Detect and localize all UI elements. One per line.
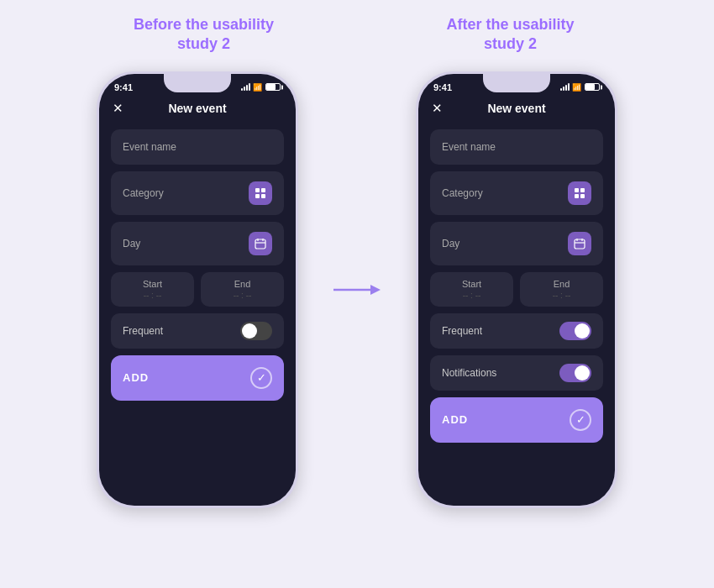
before-event-name-field[interactable]: Event name: [111, 129, 284, 165]
before-status-icons: 📶: [241, 81, 281, 92]
after-add-label: ADD: [442, 413, 468, 426]
before-day-icon: [249, 232, 272, 255]
after-category-field[interactable]: Category: [430, 171, 603, 215]
before-form: Event name Category Day: [99, 123, 296, 407]
before-frequent-knob: [242, 323, 257, 339]
svg-rect-10: [575, 188, 579, 192]
svg-marker-9: [370, 285, 381, 295]
after-status-icons: 📶: [560, 81, 600, 92]
after-add-check-icon: ✓: [570, 409, 591, 431]
before-wifi-icon: 📶: [253, 83, 262, 92]
before-frequent-field: Frequent: [111, 313, 284, 349]
after-notifications-toggle[interactable]: [559, 364, 591, 382]
after-phone-screen: 9:41 📶 ✕ New event: [418, 74, 615, 506]
after-add-button[interactable]: ADD ✓: [430, 397, 603, 443]
svg-rect-0: [255, 188, 260, 192]
after-end-value: -- : --: [553, 291, 571, 300]
after-battery-icon: [585, 83, 600, 91]
before-add-button[interactable]: ADD ✓: [111, 355, 284, 401]
before-nav-bar: ✕ New event: [99, 96, 296, 123]
svg-rect-11: [580, 188, 585, 192]
before-category-field[interactable]: Category: [111, 171, 284, 215]
after-category-label: Category: [442, 187, 483, 199]
after-phone: 9:41 📶 ✕ New event: [416, 71, 617, 508]
after-notifications-knob: [575, 365, 590, 381]
after-close-button[interactable]: ✕: [432, 101, 449, 116]
before-status-time: 9:41: [114, 81, 133, 92]
after-day-field[interactable]: Day: [430, 222, 603, 265]
before-time-row: Start -- : -- End -- : --: [111, 272, 284, 307]
svg-rect-2: [255, 194, 260, 198]
before-category-icon: [249, 181, 272, 205]
after-frequent-knob: [575, 323, 590, 339]
after-frequent-toggle[interactable]: [559, 322, 591, 340]
after-notifications-field: Notifications: [430, 355, 603, 391]
after-event-name-field[interactable]: Event name: [430, 129, 603, 165]
comparison-arrow: [332, 280, 382, 300]
svg-rect-14: [575, 239, 585, 249]
before-category-label: Category: [123, 187, 164, 199]
before-add-label: ADD: [123, 371, 149, 384]
after-frequent-field: Frequent: [430, 313, 603, 349]
before-frequent-toggle[interactable]: [240, 322, 272, 340]
after-end-label: End: [554, 279, 570, 289]
before-phone: 9:41 📶 ✕ New event: [97, 71, 298, 508]
before-day-label: Day: [123, 238, 140, 249]
before-start-value: -- : --: [144, 291, 162, 300]
after-end-field[interactable]: End -- : --: [520, 272, 603, 307]
before-battery-icon: [265, 83, 281, 91]
svg-rect-13: [580, 194, 585, 198]
after-time-row: Start -- : -- End -- : --: [430, 272, 603, 307]
after-start-field[interactable]: Start -- : --: [430, 272, 513, 307]
after-event-name-label: Event name: [442, 141, 496, 153]
before-end-label: End: [234, 279, 251, 289]
after-start-value: -- : --: [463, 291, 481, 300]
before-phone-notch: [164, 74, 231, 92]
after-category-icon: [568, 181, 591, 205]
before-nav-title: New event: [129, 102, 265, 115]
phones-comparison: 9:41 📶 ✕ New event: [0, 71, 714, 508]
before-phone-screen: 9:41 📶 ✕ New event: [99, 74, 296, 506]
after-notifications-label: Notifications: [442, 367, 496, 379]
before-event-name-label: Event name: [123, 141, 176, 153]
before-close-button[interactable]: ✕: [113, 101, 129, 116]
svg-rect-12: [575, 194, 579, 198]
svg-rect-4: [255, 239, 265, 249]
after-phone-notch: [483, 74, 550, 92]
after-day-icon: [568, 232, 591, 255]
before-end-value: -- : --: [234, 291, 252, 300]
svg-rect-3: [261, 194, 265, 198]
after-start-label: Start: [462, 279, 481, 289]
before-end-field[interactable]: End -- : --: [201, 272, 284, 307]
before-title: Before the usability study 2: [120, 15, 288, 55]
svg-rect-1: [261, 188, 265, 192]
before-start-label: Start: [143, 279, 162, 289]
after-nav-bar: ✕ New event: [418, 96, 615, 123]
after-signal-icon: [560, 83, 570, 91]
after-form: Event name Category Day: [418, 123, 615, 449]
after-status-time: 9:41: [433, 81, 452, 92]
after-nav-title: New event: [449, 102, 585, 115]
before-day-field[interactable]: Day: [111, 222, 284, 265]
before-start-field[interactable]: Start -- : --: [111, 272, 194, 307]
after-title: After the usability study 2: [427, 15, 595, 55]
before-frequent-label: Frequent: [123, 325, 163, 337]
before-add-check-icon: ✓: [250, 367, 272, 389]
after-frequent-label: Frequent: [442, 325, 482, 337]
after-day-label: Day: [442, 238, 459, 249]
after-wifi-icon: 📶: [572, 83, 581, 92]
before-signal-icon: [241, 83, 250, 91]
